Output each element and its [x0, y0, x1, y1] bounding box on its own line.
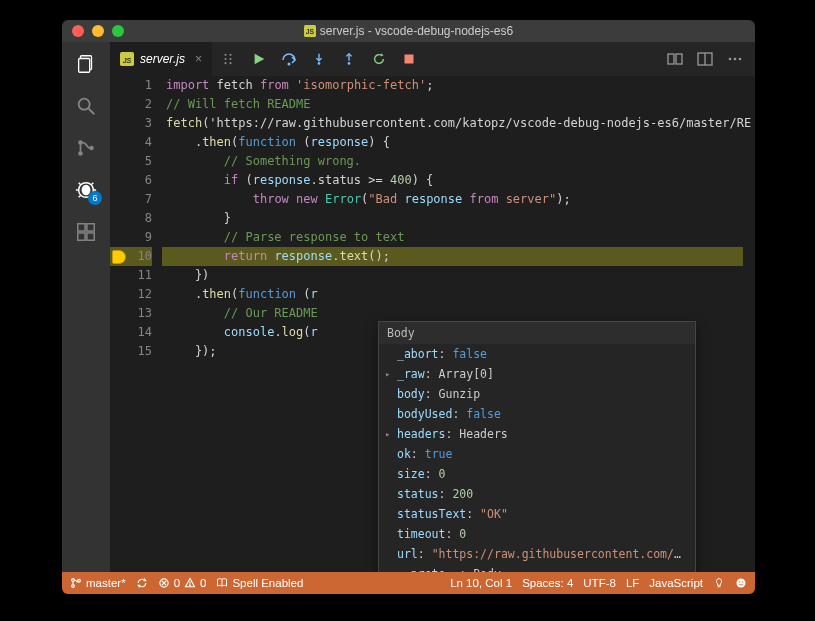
explorer-tab[interactable]: [74, 52, 98, 76]
tab-server-js[interactable]: JS server.js ×: [110, 42, 213, 76]
svg-point-43: [190, 585, 191, 586]
breakpoint-slot[interactable]: [110, 342, 128, 361]
hover-property-row[interactable]: body: Gunzip: [379, 384, 695, 404]
breakpoint-slot[interactable]: [110, 95, 128, 114]
code-line[interactable]: return response.text();: [162, 247, 755, 266]
hover-property-row[interactable]: headers: Headers: [379, 424, 695, 444]
svg-point-19: [224, 58, 226, 60]
problems-status[interactable]: 0 0: [158, 577, 207, 589]
breakpoint-slot[interactable]: [110, 133, 128, 152]
breakpoint-slot[interactable]: [110, 114, 128, 133]
split-compare-icon[interactable]: [667, 51, 683, 67]
hover-property-row[interactable]: size: 0: [379, 464, 695, 484]
svg-rect-14: [87, 233, 94, 240]
feedback-lightbulb[interactable]: [713, 577, 725, 589]
step-over-button[interactable]: [281, 51, 297, 67]
more-actions-icon[interactable]: [727, 51, 743, 67]
sync-status[interactable]: [136, 577, 148, 589]
hover-property-row[interactable]: _raw: Array[0]: [379, 364, 695, 384]
code-line[interactable]: .then(function (r: [162, 285, 755, 304]
git-branch-status[interactable]: master*: [70, 577, 126, 589]
code-line[interactable]: // Will fetch README: [162, 95, 755, 114]
svg-point-34: [734, 58, 737, 61]
step-into-button[interactable]: [311, 51, 327, 67]
encoding-status[interactable]: UTF-8: [583, 577, 616, 589]
svg-rect-0: [304, 25, 316, 37]
line-number: 10: [128, 247, 152, 266]
breakpoint-slot[interactable]: [110, 285, 128, 304]
minimize-window-button[interactable]: [92, 25, 104, 37]
close-tab-button[interactable]: ×: [195, 52, 202, 66]
breakpoint-slot[interactable]: [110, 209, 128, 228]
svg-text:JS: JS: [306, 28, 315, 35]
indentation-status[interactable]: Spaces: 4: [522, 577, 573, 589]
hover-property-row[interactable]: status: 200: [379, 484, 695, 504]
book-icon: [216, 577, 228, 589]
cursor-position-status[interactable]: Ln 10, Col 1: [450, 577, 512, 589]
continue-button[interactable]: [251, 51, 267, 67]
split-editor-icon[interactable]: [697, 51, 713, 67]
lightbulb-icon: [713, 577, 725, 589]
stop-button[interactable]: [401, 51, 417, 67]
breakpoint-slot[interactable]: [110, 152, 128, 171]
breakpoint-slot[interactable]: [110, 247, 128, 266]
hover-property-row[interactable]: url: "https://raw.githubusercontent.com/…: [379, 544, 695, 564]
status-bar: master* 0 0 Spell Enabled Ln 10, Col 1 S…: [62, 572, 755, 594]
hover-property-row[interactable]: bodyUsed: false: [379, 404, 695, 424]
svg-point-36: [72, 579, 75, 582]
debug-hover-popup[interactable]: Body _abort: false_raw: Array[0]body: Gu…: [378, 321, 696, 572]
breakpoint-slot[interactable]: [110, 190, 128, 209]
tab-label: server.js: [140, 52, 185, 66]
code-line[interactable]: if (response.status >= 400) {: [162, 171, 755, 190]
debug-tab[interactable]: 6: [74, 178, 98, 202]
svg-rect-29: [668, 54, 674, 64]
feedback-smiley[interactable]: [735, 577, 747, 589]
code-line[interactable]: // Something wrong.: [162, 152, 755, 171]
code-line[interactable]: fetch('https://raw.githubusercontent.com…: [162, 114, 755, 133]
svg-line-5: [89, 109, 95, 115]
breakpoint-slot[interactable]: [110, 266, 128, 285]
language-mode-status[interactable]: JavaScript: [649, 577, 703, 589]
breakpoint-slot[interactable]: [110, 171, 128, 190]
breakpoint-slot[interactable]: [110, 228, 128, 247]
zoom-window-button[interactable]: [112, 25, 124, 37]
svg-rect-11: [78, 224, 85, 231]
hover-property-row[interactable]: _abort: false: [379, 344, 695, 364]
hover-property-row[interactable]: statusText: "OK": [379, 504, 695, 524]
code-line[interactable]: }: [162, 209, 755, 228]
line-number: 3: [128, 114, 152, 133]
code-line[interactable]: .then(function (response) {: [162, 133, 755, 152]
svg-point-27: [348, 62, 351, 65]
code-line[interactable]: // Parse response to text: [162, 228, 755, 247]
search-tab[interactable]: [74, 94, 98, 118]
source-control-tab[interactable]: [74, 136, 98, 160]
extensions-tab[interactable]: [74, 220, 98, 244]
debug-badge: 6: [88, 191, 102, 205]
restart-button[interactable]: [371, 51, 387, 67]
eol-status[interactable]: LF: [626, 577, 639, 589]
hover-property-row[interactable]: ok: true: [379, 444, 695, 464]
svg-text:JS: JS: [123, 57, 132, 64]
step-out-button[interactable]: [341, 51, 357, 67]
line-number: 1: [128, 76, 152, 95]
spell-status[interactable]: Spell Enabled: [216, 577, 303, 589]
svg-point-4: [79, 99, 90, 110]
code-line[interactable]: import fetch from 'isomorphic-fetch';: [162, 76, 755, 95]
traffic-lights: [72, 25, 124, 37]
breakpoint-gutter[interactable]: [110, 76, 128, 572]
close-window-button[interactable]: [72, 25, 84, 37]
breakpoint-slot[interactable]: [110, 304, 128, 323]
breakpoint-slot[interactable]: [110, 76, 128, 95]
hover-property-row[interactable]: timeout: 0: [379, 524, 695, 544]
svg-point-18: [229, 54, 231, 56]
code-line[interactable]: throw new Error("Bad response from serve…: [162, 190, 755, 209]
code-line[interactable]: }): [162, 266, 755, 285]
drag-handle-icon[interactable]: [223, 52, 237, 66]
warning-icon: [184, 577, 196, 589]
line-number: 11: [128, 266, 152, 285]
hover-property-row[interactable]: __proto__: Body: [379, 564, 695, 572]
svg-point-20: [229, 58, 231, 60]
svg-point-33: [729, 58, 732, 61]
breakpoint-slot[interactable]: [110, 323, 128, 342]
code-editor[interactable]: 123456789101112131415 import fetch from …: [110, 76, 755, 572]
